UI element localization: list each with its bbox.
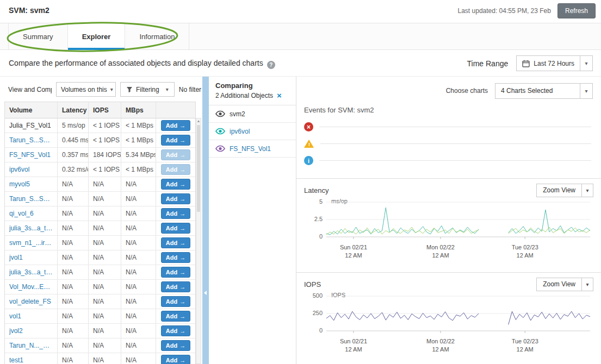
add-button[interactable]: Add→ bbox=[161, 325, 190, 336]
volume-link[interactable]: myvol5 bbox=[9, 180, 30, 188]
eye-icon[interactable] bbox=[215, 128, 225, 135]
warning-icon[interactable]: ! bbox=[304, 139, 314, 148]
filtering-button[interactable]: Filtering ▾ bbox=[120, 82, 175, 97]
zoom-view-button[interactable]: Zoom View▾ bbox=[536, 184, 593, 197]
mbps-value: < 1 MBps bbox=[121, 118, 156, 133]
zoom-view-button[interactable]: Zoom View▾ bbox=[536, 278, 593, 291]
tab-summary[interactable]: Summary bbox=[8, 23, 68, 49]
volume-link[interactable]: julia_3s...a_test1 bbox=[9, 268, 53, 276]
volume-link[interactable]: Julia_FS_Vol1 bbox=[9, 122, 51, 129]
table-row: qi_vol_6N/AN/AN/AAdd→ bbox=[5, 206, 195, 221]
table-scrollbar[interactable]: ▲ bbox=[196, 118, 201, 364]
volume-link[interactable]: Tarun_S...S_Vol1 bbox=[9, 136, 53, 144]
volume-link[interactable]: vol_delete_FS bbox=[9, 298, 51, 305]
comparing-subtitle: 2 Additional Objects bbox=[215, 92, 273, 99]
y-axis-label: 250 bbox=[296, 310, 323, 316]
chevron-down-icon: ▾ bbox=[110, 86, 113, 92]
scroll-up-icon[interactable]: ▲ bbox=[196, 119, 201, 123]
add-button[interactable]: Add→ bbox=[161, 208, 190, 219]
volume-link[interactable]: Vol_Mov...ELETE bbox=[9, 283, 53, 291]
table-row: Julia_FS_Vol15 ms/op< 1 IOPS< 1 MBpsAdd→ bbox=[5, 118, 195, 133]
volume-link[interactable]: test1 bbox=[9, 356, 23, 364]
add-button[interactable]: Add→ bbox=[161, 179, 190, 190]
refresh-button[interactable]: Refresh bbox=[557, 3, 596, 18]
volume-link[interactable]: FS_NFS_Vol1 bbox=[9, 151, 51, 159]
volume-link[interactable]: svm_n1_...irror bbox=[9, 239, 53, 247]
panel-collapse-handle[interactable] bbox=[202, 77, 209, 364]
y-axis-label: 5 bbox=[296, 198, 323, 205]
column-header-latency[interactable]: Latency bbox=[62, 106, 86, 114]
iops-value: N/A bbox=[89, 236, 121, 250]
arrow-right-icon: → bbox=[179, 298, 185, 305]
add-button[interactable]: Add→ bbox=[161, 311, 190, 322]
mbps-value: N/A bbox=[121, 338, 156, 353]
add-button[interactable]: Add→ bbox=[161, 120, 190, 131]
mbps-value: N/A bbox=[121, 353, 156, 364]
add-button-label: Add bbox=[166, 240, 177, 246]
funnel-icon bbox=[126, 86, 133, 93]
comparing-item-name[interactable]: FS_NFS_Vol1 bbox=[230, 145, 271, 153]
chevron-down-icon[interactable]: ▾ bbox=[580, 84, 592, 98]
column-header-iops[interactable]: IOPS bbox=[93, 106, 109, 114]
latency-value: N/A bbox=[58, 206, 89, 221]
volume-link[interactable]: jvol1 bbox=[9, 254, 23, 261]
add-button[interactable]: Add→ bbox=[161, 281, 190, 292]
add-button[interactable]: Add→ bbox=[161, 223, 190, 234]
chevron-down-icon[interactable]: ▾ bbox=[581, 184, 593, 197]
add-button[interactable]: Add→ bbox=[161, 237, 190, 248]
mbps-value: N/A bbox=[121, 265, 156, 279]
table-row: vol1N/AN/AN/AAdd→ bbox=[5, 309, 195, 324]
arrow-right-icon: → bbox=[179, 313, 185, 319]
add-button[interactable]: Add→ bbox=[161, 267, 190, 278]
add-button[interactable]: Add→ bbox=[161, 193, 190, 204]
object-type-select[interactable]: Volumes on this ▾ bbox=[56, 82, 116, 97]
volume-link[interactable]: julia_3s...a_test3 bbox=[9, 224, 53, 232]
arrow-right-icon: → bbox=[179, 122, 185, 129]
volume-link[interactable]: qi_vol_6 bbox=[9, 210, 34, 217]
column-header-mbps[interactable]: MBps bbox=[126, 106, 144, 114]
clear-comparing-icon[interactable]: × bbox=[277, 92, 282, 99]
eye-icon[interactable] bbox=[215, 110, 225, 117]
last-updated-text: Last updated: 04:55 PM, 23 Feb bbox=[458, 7, 551, 15]
latency-value: N/A bbox=[58, 338, 89, 353]
chevron-down-icon[interactable]: ▾ bbox=[581, 278, 593, 291]
volume-link[interactable]: ipv6vol bbox=[9, 166, 29, 173]
iops-value: < 1 IOPS bbox=[89, 118, 121, 133]
add-button-label: Add bbox=[166, 196, 177, 202]
scrollbar-thumb[interactable] bbox=[197, 125, 200, 212]
add-button[interactable]: Add→ bbox=[161, 135, 190, 146]
comparing-item-name[interactable]: ipv6vol bbox=[230, 128, 250, 135]
add-button[interactable]: Add→ bbox=[161, 355, 190, 364]
add-button-label: Add bbox=[166, 298, 177, 305]
add-button-label: Add bbox=[166, 269, 177, 275]
add-button[interactable]: Add→ bbox=[161, 296, 190, 307]
add-button[interactable]: Add→ bbox=[161, 252, 190, 263]
tab-explorer[interactable]: Explorer bbox=[68, 23, 126, 49]
tab-information[interactable]: Information bbox=[125, 23, 189, 49]
chevron-down-icon: ▾ bbox=[166, 86, 169, 92]
eye-icon[interactable] bbox=[215, 145, 225, 152]
info-icon[interactable]: i bbox=[304, 156, 313, 165]
comparing-item-name[interactable]: svm2 bbox=[230, 110, 245, 118]
time-range-dropdown[interactable]: Last 72 Hours ▾ bbox=[516, 55, 593, 71]
table-row: myvol5N/AN/AN/AAdd→ bbox=[5, 177, 195, 192]
volume-link[interactable]: Tarun_S...S_Vol2 bbox=[9, 195, 53, 203]
help-icon[interactable]: ? bbox=[267, 61, 275, 69]
volume-link[interactable]: Tarun_N..._VolA bbox=[9, 342, 53, 349]
add-button[interactable]: Add→ bbox=[161, 340, 190, 351]
comparing-header: Comparing 2 Additional Objects × bbox=[209, 77, 296, 105]
mbps-value: N/A bbox=[121, 309, 156, 323]
iops-value: N/A bbox=[89, 206, 121, 221]
volume-link[interactable]: vol1 bbox=[9, 312, 21, 320]
charts-selected-dropdown[interactable]: 4 Charts Selected ▾ bbox=[495, 83, 593, 99]
y-axis-label: 0 bbox=[296, 327, 323, 334]
column-header-volume[interactable]: Volume bbox=[9, 106, 32, 114]
chevron-down-icon[interactable]: ▾ bbox=[580, 56, 592, 71]
volume-link[interactable]: jvol2 bbox=[9, 327, 23, 335]
arrow-right-icon: → bbox=[179, 166, 185, 173]
add-button-label: Add bbox=[166, 328, 177, 334]
arrow-right-icon: → bbox=[179, 181, 185, 187]
error-icon[interactable]: × bbox=[304, 122, 313, 131]
mbps-value: N/A bbox=[121, 324, 156, 338]
iops-value: 184 IOPS bbox=[89, 148, 121, 162]
